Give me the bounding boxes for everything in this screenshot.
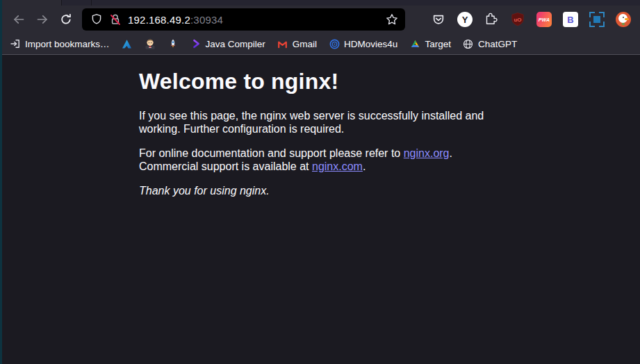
tracking-protection-shield-icon[interactable] (90, 13, 103, 26)
url-host: 192.168.49.2 (128, 14, 190, 26)
bookmark-chatgpt[interactable]: ChatGPT (463, 38, 517, 49)
extension-icons-area: Y uO PWA B (430, 11, 634, 28)
programiz-chevron-icon (190, 38, 202, 49)
hdmovies4u-target-icon (329, 38, 340, 49)
globe-icon (463, 38, 474, 49)
ublock-origin-button[interactable]: uO (509, 11, 526, 28)
navigation-toolbar: 192.168.49.2:30934 Y uO PWA (0, 6, 640, 33)
nginx-org-link[interactable]: nginx.org (404, 147, 450, 159)
reload-icon (60, 13, 72, 26)
bookmark-java-compiler[interactable]: Java Compiler (190, 38, 265, 49)
screenshot-extension-button[interactable] (589, 11, 605, 28)
url-text[interactable]: 192.168.49.2:30934 (128, 14, 223, 26)
rocket-icon (167, 38, 179, 49)
bookmark-rocket[interactable] (167, 38, 179, 49)
tab-strip[interactable] (0, 0, 640, 6)
duckduckgo-duck-icon (616, 12, 631, 27)
import-bookmarks-label: Import bookmarks… (25, 39, 110, 49)
insecure-lock-icon[interactable] (109, 13, 122, 26)
nginx-welcome-content: Welcome to nginx! If you see this page, … (139, 55, 504, 208)
bookmark-target[interactable]: Target (409, 38, 451, 49)
support-text-1: For online documentation and support ple… (139, 147, 404, 159)
intro-line-2: working. Further configuration is requir… (139, 123, 344, 135)
window-left-edge-accent (0, 0, 2, 364)
ublock-origin-shield-icon: uO (510, 12, 525, 27)
bookmark-label: Java Compiler (206, 39, 265, 49)
bookmark-gmail[interactable]: Gmail (277, 38, 317, 49)
import-icon (10, 38, 21, 49)
bookmark-hdmovies4u[interactable]: HDMovies4u (329, 38, 397, 49)
pwa-icon: PWA (536, 12, 552, 27)
nginx-com-link[interactable]: nginx.com (312, 160, 363, 172)
bookmark-label: Target (425, 39, 451, 49)
intro-line-1: If you see this page, the nginx web serv… (139, 110, 484, 122)
pocket-extension-button[interactable] (430, 11, 447, 28)
pocket-icon (432, 13, 445, 26)
back-arrow-icon (13, 13, 25, 26)
bookmark-jenkins[interactable] (145, 38, 156, 49)
y-extension-icon: Y (457, 12, 473, 27)
b-extension-button[interactable]: B (562, 11, 579, 28)
bookmark-azure[interactable] (122, 38, 133, 49)
bookmarks-toolbar: Import bookmarks… (0, 33, 640, 55)
y-extension-button[interactable]: Y (457, 11, 473, 28)
thank-you-text: Thank you for using nginx. (139, 184, 504, 197)
active-tab-bottom-edge (0, 0, 61, 6)
extensions-button[interactable] (483, 11, 500, 28)
support-text-2: Commercial support is available at (139, 160, 312, 172)
google-drive-icon (409, 38, 420, 49)
tab-separator (61, 0, 62, 6)
support-dot-2: . (363, 160, 366, 172)
pwa-extension-button[interactable]: PWA (536, 11, 552, 28)
url-bar[interactable]: 192.168.49.2:30934 (82, 8, 405, 31)
azure-icon (122, 38, 133, 49)
import-bookmarks-button[interactable]: Import bookmarks… (10, 38, 110, 49)
bookmark-label: Gmail (293, 39, 317, 49)
support-paragraph: For online documentation and support ple… (139, 147, 504, 173)
puzzle-piece-icon (484, 13, 498, 26)
page-viewport: Welcome to nginx! If you see this page, … (0, 55, 640, 363)
svg-text:uO: uO (514, 17, 521, 23)
selection-frame-icon (589, 12, 605, 27)
jenkins-butler-icon (145, 38, 156, 49)
bookmark-star-icon[interactable] (386, 13, 398, 26)
back-button[interactable] (7, 8, 31, 31)
url-port: :30934 (190, 14, 223, 26)
forward-arrow-icon (36, 13, 49, 26)
reload-button[interactable] (54, 8, 78, 31)
bookmark-label: ChatGPT (478, 39, 517, 49)
intro-paragraph: If you see this page, the nginx web serv… (139, 109, 504, 135)
bookmark-label: HDMovies4u (344, 39, 397, 49)
forward-button[interactable] (31, 8, 54, 31)
duckduckgo-extension-button[interactable] (615, 11, 632, 28)
b-extension-icon: B (563, 12, 578, 27)
page-title: Welcome to nginx! (139, 69, 504, 94)
gmail-icon (277, 38, 288, 49)
support-dot-1: . (450, 147, 452, 159)
tab-separator (91, 0, 92, 6)
